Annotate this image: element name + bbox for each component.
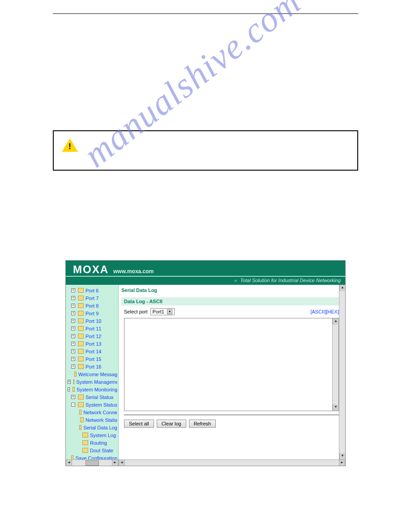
tree-item-label[interactable]: Dout State [90,448,113,453]
tree-item[interactable]: Routing [67,439,117,446]
scroll-left-icon[interactable]: ◄ [66,460,72,466]
log-textarea[interactable]: ▲ ▼ [124,318,339,411]
folder-icon [82,433,88,438]
folder-icon [74,372,77,377]
tree-item-label[interactable]: Port 7 [86,296,98,301]
tree-item-label[interactable]: Routing [90,440,107,446]
tree-item-label[interactable]: Port 12 [86,334,101,339]
folder-icon [78,303,84,308]
tree-item[interactable]: +Port 8 [67,302,117,309]
folder-icon [79,410,82,415]
tree-item-label[interactable]: Serial Status [86,395,113,400]
expand-icon[interactable]: + [71,365,75,369]
scroll-up-icon[interactable]: ▲ [339,285,345,291]
tree-h-scrollbar[interactable]: ◄ ► [66,459,118,466]
chevron-right-icon: » [234,278,237,283]
expand-icon[interactable]: + [71,342,75,346]
tree-item[interactable]: -System Monitoring [67,386,117,393]
tree-item[interactable]: +Port 15 [67,355,117,363]
scroll-right-icon[interactable]: ► [112,460,118,466]
scroll-left-icon[interactable]: ◄ [119,460,125,466]
folder-icon [78,311,84,316]
tree-item-label[interactable]: Port 11 [86,326,101,331]
tree-item[interactable]: +Port 9 [67,309,117,317]
tree-item-label[interactable]: Serial Data Log [83,425,117,430]
folder-icon [79,425,82,430]
expand-icon[interactable]: + [71,357,75,361]
tree-item-label[interactable]: Network Conne [83,410,117,415]
folder-icon [82,440,88,445]
tree-item-label[interactable]: System Log [90,433,116,438]
port-select[interactable]: Port1 ▾ [150,308,175,315]
page-title: Serial Data Log [121,287,342,293]
folder-icon [78,341,84,346]
tree-item[interactable]: +Port 6 [67,287,117,294]
scroll-up-icon[interactable]: ▲ [333,318,339,325]
refresh-button[interactable]: Refresh [189,420,216,428]
expand-icon[interactable]: + [71,395,75,399]
tree-item-label[interactable]: Port 8 [86,303,98,309]
folder-icon [73,379,74,384]
expand-icon[interactable]: + [71,319,75,323]
tree-item-label[interactable]: Port 13 [86,341,101,347]
tree-item[interactable]: +Port 12 [67,332,117,340]
log-v-scrollbar[interactable]: ▲ ▼ [332,318,338,411]
ascii-mode-link[interactable]: [ASCII] [310,309,326,314]
chevron-down-icon[interactable]: ▾ [167,309,172,314]
tree-item[interactable]: Network Statis [67,416,117,424]
tree-item[interactable]: System Log [67,431,117,439]
tree-item-label[interactable]: System Managemer [76,379,117,385]
tree-item-label[interactable]: Port 9 [86,311,98,316]
tree-item[interactable]: +Serial Status [67,393,117,401]
top-horizontal-rule [53,13,358,14]
tree-item-label[interactable]: System Monitoring [77,387,117,392]
tree-item-label[interactable]: Port 14 [86,349,101,354]
expand-icon[interactable]: + [71,349,75,353]
main-h-scrollbar[interactable]: ◄ ► [119,459,345,466]
tree-item[interactable]: +Port 11 [67,325,117,332]
collapse-icon[interactable]: - [68,387,70,391]
expand-icon[interactable]: + [71,334,75,338]
collapse-icon[interactable]: - [71,403,75,407]
scroll-thumb[interactable] [86,460,99,466]
tree-item[interactable]: Dout State [67,446,117,454]
folder-icon [78,288,84,293]
tree-item[interactable]: +System Managemer [67,378,117,386]
tree-item[interactable]: +Port 13 [67,340,117,348]
tree-item[interactable]: Welcome Messag [67,370,117,378]
tree-item-label[interactable]: System Status [86,402,117,408]
hex-mode-link[interactable]: [HEX] [326,309,339,314]
folder-icon [78,326,84,331]
attention-box [53,130,358,171]
folder-icon [78,296,84,300]
tree-item-label[interactable]: Network Statis [86,417,117,423]
scroll-down-icon[interactable]: ▼ [333,404,339,411]
tree-item-label[interactable]: Port 10 [86,318,101,324]
folder-icon [78,334,84,339]
folder-open-icon [78,402,84,407]
select-all-button[interactable]: Select all [124,420,154,428]
main-v-scrollbar[interactable]: ▲ ▼ [339,285,345,459]
clear-log-button[interactable]: Clear log [157,420,186,428]
tree-item-label[interactable]: Port 16 [86,364,101,369]
expand-icon[interactable]: + [71,296,75,300]
expand-icon[interactable]: + [71,326,75,330]
expand-icon[interactable]: + [71,311,75,315]
tree-item-label[interactable]: Port 15 [86,356,101,362]
tree-item[interactable]: Serial Data Log [67,424,117,431]
tree-item[interactable]: Network Conne [67,408,117,416]
tree-item[interactable]: +Port 10 [67,317,117,325]
tree-item[interactable]: +Port 14 [67,348,117,355]
section-subtitle: Data Log - ASCII [121,297,342,305]
expand-icon[interactable]: + [71,288,75,292]
scroll-right-icon[interactable]: ► [339,460,345,466]
expand-icon[interactable]: + [71,304,75,308]
tree-item-label[interactable]: Welcome Messag [78,372,117,377]
folder-open-icon [73,387,75,392]
tree-item[interactable]: +Port 16 [67,363,117,370]
tree-item-label[interactable]: Port 6 [86,288,98,293]
tree-item[interactable]: +Port 7 [67,294,117,302]
scroll-down-icon[interactable]: ▼ [339,453,345,459]
tree-item[interactable]: -System Status [67,401,117,408]
expand-icon[interactable]: + [68,380,71,384]
